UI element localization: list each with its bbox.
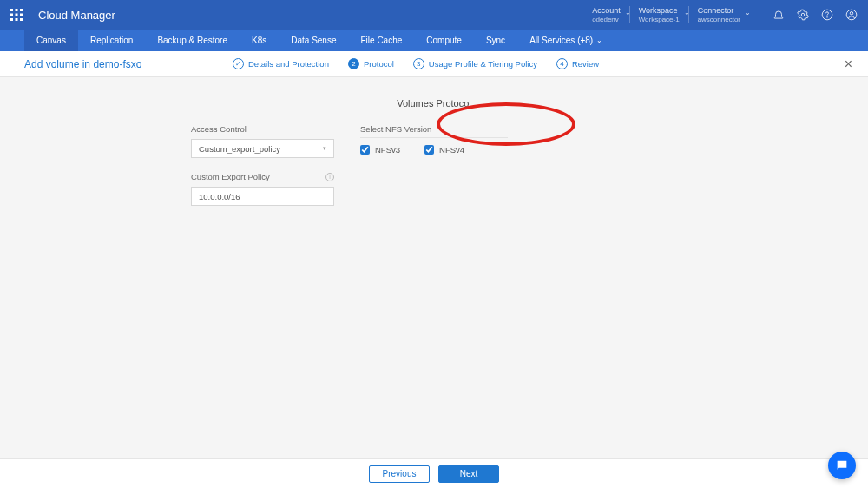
- connector-selector[interactable]: Connector awsconnector ⌄: [688, 6, 749, 23]
- nav-compute[interactable]: Compute: [414, 30, 474, 51]
- access-control-select[interactable]: Custom_export_policy ▾: [191, 139, 334, 158]
- nav-canvas[interactable]: Canvas: [24, 30, 78, 51]
- workspace-label: Workspace: [639, 6, 678, 16]
- custom-export-label-text: Custom Export Policy: [191, 172, 270, 181]
- nfsv3-label: NFSv3: [375, 145, 400, 155]
- custom-export-label: Custom Export Policy i: [191, 172, 334, 181]
- svg-rect-3: [10, 14, 13, 16]
- nav-k8s[interactable]: K8s: [240, 30, 279, 51]
- step-review[interactable]: 4 Review: [556, 58, 599, 69]
- nav-all-services[interactable]: All Services (+8)⌄: [517, 30, 615, 51]
- nfs-version-label: Select NFS Version: [360, 124, 508, 138]
- workspace-selector[interactable]: Workspace Workspace-1 ⌄: [629, 6, 688, 23]
- check-icon: ✓: [233, 58, 244, 69]
- access-control-label: Access Control: [191, 124, 334, 134]
- wizard-subheader: Add volume in demo-fsxo ✓ Details and Pr…: [0, 51, 868, 77]
- previous-button[interactable]: Previous: [369, 465, 430, 483]
- wizard-footer: Previous Next: [0, 458, 868, 488]
- chevron-down-icon: ⌄: [596, 36, 602, 44]
- step-details[interactable]: ✓ Details and Protection: [233, 58, 329, 69]
- nav-data-sense[interactable]: Data Sense: [279, 30, 348, 51]
- user-icon[interactable]: [845, 9, 858, 21]
- nfsv4-checkbox[interactable]: NFSv4: [424, 145, 464, 155]
- top-iconbar: [760, 9, 858, 21]
- chat-widget-icon[interactable]: [828, 452, 856, 479]
- svg-point-11: [827, 17, 828, 18]
- nav-replication[interactable]: Replication: [78, 30, 145, 51]
- help-icon[interactable]: [821, 9, 833, 21]
- svg-rect-5: [20, 14, 23, 16]
- brand-title: Cloud Manager: [38, 9, 583, 22]
- custom-export-input[interactable]: [191, 187, 334, 206]
- svg-rect-4: [16, 14, 18, 16]
- top-bar: Cloud Manager Account odedenv ⌄ Workspac…: [0, 0, 868, 30]
- next-button[interactable]: Next: [438, 465, 499, 483]
- nav-backup-restore[interactable]: Backup & Restore: [145, 30, 240, 51]
- access-control-value: Custom_export_policy: [199, 144, 280, 154]
- connector-label: Connector: [698, 6, 734, 16]
- form-area: Access Control Custom_export_policy ▾ Cu…: [191, 124, 677, 206]
- notifications-icon[interactable]: [773, 9, 785, 21]
- step-label: Review: [572, 59, 599, 69]
- svg-rect-2: [20, 9, 23, 11]
- wizard-title: Add volume in demo-fsxo: [24, 58, 233, 70]
- step-number-icon: 4: [556, 58, 568, 69]
- account-selector[interactable]: Account odedenv ⌄: [583, 6, 629, 23]
- chevron-down-icon: ⌄: [745, 9, 751, 17]
- nav-file-cache[interactable]: File Cache: [349, 30, 415, 51]
- wizard-steps: ✓ Details and Protection 2 Protocol 3 Us…: [233, 58, 599, 69]
- svg-point-9: [801, 13, 805, 16]
- close-icon[interactable]: ×: [845, 56, 852, 72]
- nav-sync[interactable]: Sync: [474, 30, 517, 51]
- account-value: odedenv: [592, 16, 619, 24]
- step-label: Protocol: [364, 59, 394, 69]
- step-label: Details and Protection: [248, 59, 329, 69]
- nfsv3-checkbox[interactable]: NFSv3: [360, 145, 400, 155]
- workspace-value: Workspace-1: [639, 16, 680, 24]
- step-number-icon: 3: [413, 58, 424, 69]
- nfsv4-checkbox-input[interactable]: [424, 145, 434, 155]
- page-title: Volumes Protocol: [0, 98, 868, 109]
- nfs-checkbox-row: NFSv3 NFSv4: [360, 145, 677, 155]
- main-nav: Canvas Replication Backup & Restore K8s …: [0, 30, 868, 51]
- step-protocol[interactable]: 2 Protocol: [348, 58, 394, 69]
- svg-rect-0: [10, 9, 13, 11]
- top-selectors: Account odedenv ⌄ Workspace Workspace-1 …: [583, 6, 858, 23]
- nfsv3-checkbox-input[interactable]: [360, 145, 370, 155]
- settings-icon[interactable]: [797, 9, 809, 21]
- form-right-column: Select NFS Version NFSv3 NFSv4: [360, 124, 677, 206]
- svg-rect-7: [16, 18, 18, 21]
- step-usage-profile[interactable]: 3 Usage Profile & Tiering Policy: [413, 58, 537, 69]
- step-label: Usage Profile & Tiering Policy: [429, 59, 537, 69]
- info-icon[interactable]: i: [326, 173, 334, 181]
- svg-rect-1: [16, 9, 18, 11]
- svg-rect-8: [20, 18, 23, 21]
- svg-rect-6: [10, 18, 13, 21]
- form-left-column: Access Control Custom_export_policy ▾ Cu…: [191, 124, 334, 206]
- connector-value: awsconnector: [698, 16, 740, 24]
- nfsv4-label: NFSv4: [439, 145, 464, 155]
- nav-all-services-label: All Services (+8): [529, 36, 593, 45]
- account-label: Account: [592, 6, 621, 16]
- content-area: Volumes Protocol Access Control Custom_e…: [0, 77, 868, 206]
- chevron-down-icon: ▾: [323, 145, 326, 152]
- svg-point-13: [850, 11, 853, 15]
- step-number-icon: 2: [348, 58, 359, 69]
- app-grid-icon[interactable]: [10, 9, 23, 21]
